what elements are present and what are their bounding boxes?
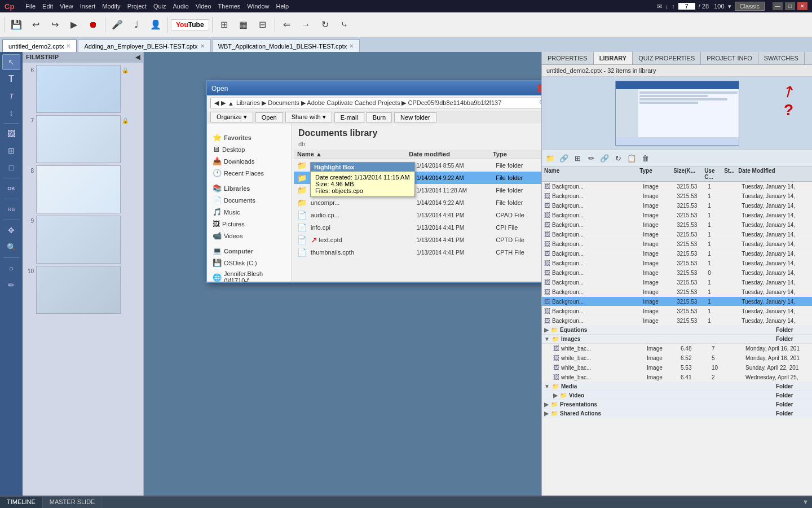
new-folder-button[interactable]: New folder — [394, 112, 436, 122]
record-button[interactable]: ⏺ — [84, 16, 102, 34]
slide-thumb-6[interactable] — [36, 65, 121, 113]
slide-thumb-7[interactable] — [36, 115, 121, 163]
slide-thumb-8[interactable] — [36, 165, 121, 213]
nav-back-icon[interactable]: ◀ — [214, 99, 219, 107]
lib-row-img-white-2[interactable]: 🖼white_bac...Image5.5310Sunday, April 22… — [542, 363, 812, 373]
presentations-expand-icon[interactable]: ▶ — [544, 401, 549, 408]
table-button[interactable]: ▦ — [235, 16, 253, 34]
lib-row-3[interactable]: 🖼Backgroun...Image3215.531Tuesday, Janua… — [542, 211, 812, 220]
dialog-address-bar[interactable]: ◀ ▶ ▲ Libraries ▶ Documents ▶ Adobe Capt… — [210, 98, 541, 108]
lib-row-5[interactable]: 🖼Backgroun...Image3215.531Tuesday, Janua… — [542, 230, 812, 239]
slide-thumb-10[interactable] — [36, 266, 121, 314]
slide-item-7[interactable]: 7 🔒 — [25, 115, 141, 163]
graph-button[interactable]: ⊟ — [254, 16, 272, 34]
filmstrip-collapse[interactable]: ◀ — [135, 54, 140, 61]
file-row-thumbnails[interactable]: 📄 thumbnails.cpth 1/13/2014 4:41 PM CPTH… — [294, 246, 541, 259]
lib-row-img-white-3[interactable]: 🖼white_bac...Image6.412Wednesday, April … — [542, 373, 812, 382]
file-row-info[interactable]: 📄 info.cpi 1/13/2014 4:41 PM CPI File — [294, 221, 541, 234]
open-btn[interactable]: Open — [255, 112, 283, 122]
classic-button[interactable]: Classic — [735, 2, 765, 11]
lib-row-8[interactable]: 🖼Backgroun...Image3215.531Tuesday, Janua… — [542, 259, 812, 268]
page-number-input[interactable] — [678, 3, 695, 10]
tool-text2[interactable]: T — [2, 88, 20, 104]
images-expand-icon[interactable]: ▼ — [544, 336, 550, 342]
lib-folder-video[interactable]: ▶ 📁 Video Folder — [542, 391, 812, 400]
preview-button[interactable]: ▶ — [65, 16, 83, 34]
lib-row-12[interactable]: 🖼Backgroun...Image3215.531Tuesday, Janua… — [542, 297, 812, 306]
back-button[interactable]: ⇐ — [278, 16, 296, 34]
nav-jennifer[interactable]: 🌐 Jennifer.Blesh (\\f1710-f... — [209, 269, 289, 282]
arrow-down-icon[interactable]: ↓ — [665, 3, 669, 10]
lib-link-btn[interactable]: 🔗 — [598, 152, 611, 164]
tool-ok[interactable]: OK — [2, 181, 20, 196]
lib-row-14[interactable]: 🖼Backgroun...Image3215.531Tuesday, Janua… — [542, 316, 812, 326]
grid-button[interactable]: ⊞ — [215, 16, 233, 34]
lib-row-11[interactable]: 🖼Backgroun...Image3215.531Tuesday, Janua… — [542, 287, 812, 297]
share-with-button[interactable]: Share with ▾ — [285, 112, 332, 122]
dialog-close-button[interactable]: ✕ — [538, 84, 541, 93]
nav-downloads[interactable]: 📥 Downloads — [209, 155, 289, 167]
menu-view[interactable]: View — [60, 3, 73, 10]
lib-folder-images[interactable]: ▼ 📁 Images Folder — [542, 335, 812, 344]
tool-rb[interactable]: RB — [2, 202, 20, 217]
redo-button[interactable]: ↪ — [46, 16, 64, 34]
menu-modify[interactable]: Modify — [102, 3, 120, 10]
lib-sync2-btn[interactable]: ⊞ — [571, 152, 584, 164]
slide-thumb-9[interactable] — [36, 216, 121, 264]
lib-copy-btn[interactable]: 📋 — [625, 152, 638, 164]
lib-edit-btn[interactable]: ✏ — [585, 152, 597, 164]
menu-video[interactable]: Video — [196, 3, 211, 10]
lib-sync-btn[interactable]: 🔗 — [558, 152, 570, 164]
zoom-dropdown-icon[interactable]: ▾ — [728, 3, 731, 10]
menu-themes[interactable]: Themes — [218, 3, 241, 10]
equations-expand-icon[interactable]: ▶ — [544, 327, 549, 333]
tool-zoom[interactable]: 🔍 — [2, 239, 20, 255]
email-icon[interactable]: ✉ — [657, 3, 662, 10]
tool-image2[interactable]: ⊞ — [2, 143, 20, 159]
tab-close-2[interactable]: ✕ — [200, 43, 205, 49]
audio-record-button[interactable]: 🎤 — [108, 16, 126, 34]
lib-row-7[interactable]: 🖼Backgroun...Image3215.531Tuesday, Janua… — [542, 249, 812, 259]
canvas-area[interactable]: Open ✕ ◀ ▶ ▲ Libraries ▶ Documents ▶ Ado… — [144, 52, 541, 496]
nav-recent[interactable]: 🕐 Recent Places — [209, 167, 289, 179]
lib-folder-presentations[interactable]: ▶ 📁 Presentations Folder — [542, 400, 812, 409]
lib-row-img-white-1[interactable]: 🖼white_bac...Image6.525Monday, April 16,… — [542, 353, 812, 363]
slide-item-6[interactable]: 6 🔒 — [25, 65, 141, 113]
menu-insert[interactable]: Insert — [80, 3, 96, 10]
music-button[interactable]: ♩ — [127, 16, 145, 34]
lib-folder-equations[interactable]: ▶ 📁 Equations Folder — [542, 326, 812, 335]
tool-text[interactable]: T — [2, 71, 20, 87]
lib-row-13[interactable]: 🖼Backgroun...Image3215.531Tuesday, Janua… — [542, 306, 812, 316]
tab-close-3[interactable]: ✕ — [349, 43, 354, 49]
file-row-text[interactable]: 📄 ↗text.cptd 1/13/2014 4:41 PM CPTD File — [294, 234, 541, 246]
lib-folder-shared-actions[interactable]: ▶ 📁 Shared Actions Folder — [542, 409, 812, 418]
save-button[interactable]: 💾 — [7, 16, 25, 34]
tab-project-info[interactable]: PROJECT INFO — [701, 52, 758, 64]
lib-row-4[interactable]: 🖼Backgroun...Image3215.531Tuesday, Janua… — [542, 220, 812, 230]
tool-circle[interactable]: ○ — [2, 260, 20, 276]
nav-pictures[interactable]: 🖼 Pictures — [209, 218, 289, 230]
maximize-button[interactable]: □ — [785, 2, 795, 10]
tool-image[interactable]: 🖼 — [2, 126, 20, 142]
tab-library[interactable]: LIBRARY — [594, 52, 633, 64]
menu-window[interactable]: Window — [247, 3, 269, 10]
nav-documents[interactable]: 📄 Documents — [209, 194, 289, 206]
slide-item-9[interactable]: 9 — [25, 216, 141, 264]
lib-refresh-btn[interactable]: ↻ — [612, 152, 624, 164]
nav-videos[interactable]: 📹 Videos — [209, 230, 289, 242]
slide-item-8[interactable]: 8 — [25, 165, 141, 213]
lib-row-10[interactable]: 🖼Backgroun...Image3215.531Tuesday, Janua… — [542, 278, 812, 287]
nav-forward-icon[interactable]: ▶ — [221, 99, 226, 107]
nav-osdisk[interactable]: 💾 OSDisk (C:) — [209, 257, 289, 269]
lib-row-img-white-0[interactable]: 🖼white_bac...Image6.487Monday, April 16,… — [542, 344, 812, 353]
arrow-up-icon[interactable]: ↑ — [672, 3, 675, 10]
tab-master-slide[interactable]: MASTER SLIDE — [43, 497, 103, 508]
file-row-audio[interactable]: 📄 audio.cp... 1/13/2014 4:41 PM CPAD Fil… — [294, 209, 541, 221]
lib-row-2[interactable]: 🖼Backgroun...Image3215.531Tuesday, Janua… — [542, 201, 812, 211]
menu-audio[interactable]: Audio — [173, 3, 189, 10]
tab-properties[interactable]: PROPERTIES — [542, 52, 594, 64]
tool-arrow[interactable]: ↖ — [2, 54, 20, 70]
minimize-button[interactable]: — — [773, 2, 783, 10]
file-row-uncompr[interactable]: 📁 uncompr... 1/14/2014 9:22 AM File fold… — [294, 196, 541, 209]
tab-swatches[interactable]: SWATCHES — [758, 52, 805, 64]
